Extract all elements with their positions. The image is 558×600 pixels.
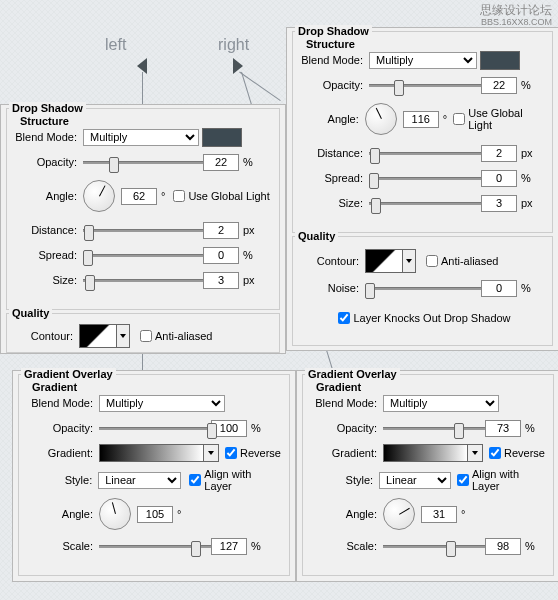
- gradient-dropdown[interactable]: [468, 444, 483, 462]
- align-checkbox[interactable]: [189, 474, 201, 486]
- spread-slider[interactable]: [369, 170, 481, 186]
- gradient-dropdown[interactable]: [204, 444, 219, 462]
- quality-label: Quality: [9, 307, 52, 319]
- distance-label: Distance:: [301, 147, 369, 159]
- size-slider[interactable]: [83, 272, 203, 288]
- opacity-slider[interactable]: [383, 420, 485, 436]
- reverse-label: Reverse: [504, 447, 545, 459]
- gradient-picker[interactable]: [99, 444, 204, 462]
- gradient-section-label: Gradient: [29, 381, 80, 393]
- global-light-checkbox[interactable]: [453, 113, 465, 125]
- distance-label: Distance:: [15, 224, 83, 236]
- size-label: Size:: [15, 274, 83, 286]
- gradient-label: Gradient:: [27, 447, 99, 459]
- angle-dial[interactable]: [383, 498, 415, 530]
- watermark: 思缘设计论坛 BBS.16XX8.COM: [480, 3, 552, 28]
- gradient-picker[interactable]: [383, 444, 468, 462]
- opacity-input[interactable]: [203, 154, 239, 171]
- scale-label: Scale:: [311, 540, 383, 552]
- color-swatch[interactable]: [480, 51, 520, 70]
- left-label: left: [105, 36, 126, 54]
- opacity-label: Opacity:: [27, 422, 99, 434]
- contour-dropdown[interactable]: [403, 249, 416, 273]
- color-swatch[interactable]: [202, 128, 242, 147]
- opacity-slider[interactable]: [83, 154, 203, 170]
- blend-mode-label: Blend Mode:: [27, 397, 99, 409]
- scale-input[interactable]: [211, 538, 247, 555]
- spread-input[interactable]: [203, 247, 239, 264]
- spread-label: Spread:: [301, 172, 369, 184]
- scale-label: Scale:: [27, 540, 99, 552]
- angle-input[interactable]: [121, 188, 157, 205]
- left-gradient-overlay-panel: Gradient Overlay Gradient Blend Mode:Mul…: [12, 370, 296, 582]
- angle-dial[interactable]: [83, 180, 115, 212]
- structure-label: Structure: [303, 38, 358, 50]
- blend-mode-select[interactable]: Multiply: [99, 395, 225, 412]
- antialiased-checkbox[interactable]: [140, 330, 152, 342]
- antialiased-label: Anti-aliased: [155, 330, 212, 342]
- opacity-input[interactable]: [481, 77, 517, 94]
- size-label: Size:: [301, 197, 369, 209]
- noise-input[interactable]: [481, 280, 517, 297]
- angle-label: Angle:: [301, 113, 365, 125]
- reverse-checkbox[interactable]: [489, 447, 501, 459]
- noise-slider[interactable]: [365, 280, 481, 296]
- size-input[interactable]: [481, 195, 517, 212]
- scale-slider[interactable]: [99, 538, 211, 554]
- angle-label: Angle:: [311, 508, 383, 520]
- style-label: Style:: [311, 474, 379, 486]
- section-title: Gradient Overlay: [305, 368, 400, 380]
- noise-label: Noise:: [301, 282, 365, 294]
- distance-slider[interactable]: [369, 145, 481, 161]
- style-label: Style:: [27, 474, 98, 486]
- section-title: Drop Shadow: [9, 102, 86, 114]
- style-select[interactable]: Linear: [379, 472, 451, 489]
- global-light-checkbox[interactable]: [173, 190, 185, 202]
- spread-slider[interactable]: [83, 247, 203, 263]
- reverse-checkbox[interactable]: [225, 447, 237, 459]
- scale-input[interactable]: [485, 538, 521, 555]
- blend-mode-label: Blend Mode:: [301, 54, 369, 66]
- section-title: Drop Shadow: [295, 25, 372, 37]
- style-select[interactable]: Linear: [98, 472, 181, 489]
- antialiased-checkbox[interactable]: [426, 255, 438, 267]
- opacity-label: Opacity:: [311, 422, 383, 434]
- angle-input[interactable]: [403, 111, 439, 128]
- right-label: right: [218, 36, 249, 54]
- align-checkbox[interactable]: [457, 474, 469, 486]
- opacity-input[interactable]: [485, 420, 521, 437]
- blend-mode-label: Blend Mode:: [311, 397, 383, 409]
- angle-label: Angle:: [15, 190, 83, 202]
- contour-picker[interactable]: [365, 249, 403, 273]
- distance-input[interactable]: [203, 222, 239, 239]
- blend-mode-select[interactable]: Multiply: [369, 52, 477, 69]
- size-input[interactable]: [203, 272, 239, 289]
- blend-mode-select[interactable]: Multiply: [383, 395, 499, 412]
- spread-input[interactable]: [481, 170, 517, 187]
- distance-input[interactable]: [481, 145, 517, 162]
- distance-slider[interactable]: [83, 222, 203, 238]
- contour-label: Contour:: [301, 255, 365, 267]
- angle-dial[interactable]: [99, 498, 131, 530]
- opacity-slider[interactable]: [99, 420, 211, 436]
- opacity-slider[interactable]: [369, 77, 481, 93]
- global-light-label: Use Global Light: [468, 107, 544, 131]
- angle-input[interactable]: [421, 506, 457, 523]
- scale-slider[interactable]: [383, 538, 485, 554]
- angle-input[interactable]: [137, 506, 173, 523]
- align-label: Align with Layer: [204, 468, 281, 492]
- knockout-label: Layer Knocks Out Drop Shadow: [353, 312, 510, 324]
- contour-picker[interactable]: [79, 324, 117, 348]
- blend-mode-select[interactable]: Multiply: [83, 129, 199, 146]
- structure-label: Structure: [17, 115, 72, 127]
- angle-label: Angle:: [27, 508, 99, 520]
- quality-label: Quality: [295, 230, 338, 242]
- knockout-checkbox[interactable]: [338, 312, 350, 324]
- gradient-section-label: Gradient: [313, 381, 364, 393]
- size-slider[interactable]: [369, 195, 481, 211]
- left-drop-shadow-panel: Drop Shadow Structure Blend Mode:Multipl…: [0, 104, 286, 354]
- angle-dial[interactable]: [365, 103, 397, 135]
- antialiased-label: Anti-aliased: [441, 255, 498, 267]
- right-drop-shadow-panel: Drop Shadow Structure Blend Mode:Multipl…: [286, 27, 558, 351]
- contour-dropdown[interactable]: [117, 324, 130, 348]
